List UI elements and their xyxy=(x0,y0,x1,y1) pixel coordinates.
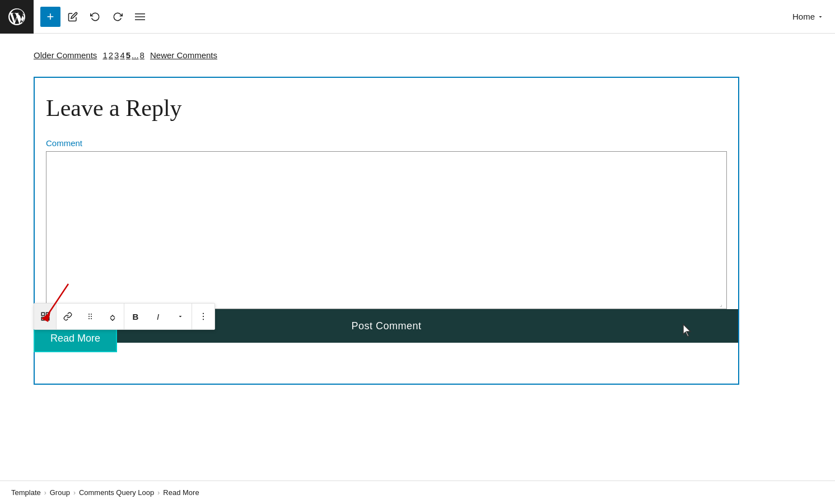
svg-rect-1 xyxy=(135,16,145,17)
older-comments-link[interactable]: Older Comments xyxy=(34,50,97,60)
newer-comments-link[interactable]: Newer Comments xyxy=(150,50,217,60)
bold-button[interactable]: B xyxy=(124,304,147,329)
page-8[interactable]: 8 xyxy=(140,50,144,60)
breadcrumb-comments-query-loop[interactable]: Comments Query Loop xyxy=(79,488,154,497)
toolbar-actions: + xyxy=(34,7,157,27)
home-link[interactable]: Home xyxy=(792,12,824,21)
chevron-down-icon xyxy=(817,13,824,20)
page-5[interactable]: 5 xyxy=(126,50,130,60)
breadcrumb-sep-1: › xyxy=(44,489,46,497)
top-bar-right: Home xyxy=(792,12,835,21)
pagination: Older Comments 1 2 3 4 5 ... 8 Newer Com… xyxy=(34,50,801,60)
svg-point-11 xyxy=(88,316,90,317)
pen-icon xyxy=(68,12,78,22)
page-numbers: 1 2 3 4 5 ... 8 xyxy=(102,50,144,60)
breadcrumb-sep-3: › xyxy=(157,489,160,497)
page-4[interactable]: 4 xyxy=(120,50,124,60)
drag-icon xyxy=(86,312,95,321)
breadcrumb-group[interactable]: Group xyxy=(50,488,70,497)
reply-block: Leave a Reply Comment ⌟ Post Comment xyxy=(34,77,739,385)
post-comment-button[interactable]: Post Comment xyxy=(351,320,421,332)
breadcrumb-sep-2: › xyxy=(73,489,76,497)
bold-label: B xyxy=(133,312,139,321)
chevron-down-icon xyxy=(177,313,184,320)
top-bar: + xyxy=(0,0,835,34)
wordpress-icon xyxy=(7,7,27,27)
comment-textarea-wrapper: ⌟ xyxy=(46,151,727,309)
svg-point-14 xyxy=(91,318,92,319)
menu-button[interactable] xyxy=(130,7,150,27)
svg-point-9 xyxy=(88,314,90,315)
page-2[interactable]: 2 xyxy=(109,50,113,60)
breadcrumb-read-more[interactable]: Read More xyxy=(163,488,199,497)
leave-reply-title: Leave a Reply xyxy=(46,95,727,122)
page-ellipsis: ... xyxy=(132,50,139,60)
undo-button[interactable] xyxy=(85,7,105,27)
arrow-indicator xyxy=(35,278,80,329)
redo-button[interactable] xyxy=(108,7,128,27)
italic-button[interactable]: I xyxy=(147,304,169,329)
italic-label: I xyxy=(157,312,159,321)
svg-point-12 xyxy=(91,316,92,317)
comment-label: Comment xyxy=(46,138,727,148)
up-down-icon xyxy=(108,312,117,321)
svg-rect-0 xyxy=(135,13,145,15)
svg-line-3 xyxy=(46,284,68,318)
comment-textarea[interactable] xyxy=(46,152,726,309)
svg-point-13 xyxy=(88,318,90,319)
menu-icon xyxy=(135,12,145,22)
move-up-down-button[interactable] xyxy=(101,304,124,329)
svg-point-10 xyxy=(91,314,92,315)
svg-marker-4 xyxy=(41,312,50,322)
undo-icon xyxy=(90,12,100,22)
breadcrumb-template[interactable]: Template xyxy=(11,488,41,497)
page-3[interactable]: 3 xyxy=(114,50,119,60)
toolbar-group-2: B I xyxy=(124,304,192,329)
reply-block-inner: Leave a Reply Comment ⌟ xyxy=(35,78,738,309)
resize-handle[interactable]: ⌟ xyxy=(720,302,725,307)
more-icon xyxy=(198,311,208,321)
svg-point-16 xyxy=(203,316,204,317)
edit-pen-button[interactable] xyxy=(63,7,83,27)
svg-point-15 xyxy=(203,313,204,314)
more-options-button[interactable] xyxy=(192,304,214,329)
add-block-button[interactable]: + xyxy=(40,7,60,27)
drag-button[interactable] xyxy=(79,304,101,329)
redo-icon xyxy=(113,12,123,22)
svg-rect-2 xyxy=(135,19,145,20)
svg-point-17 xyxy=(203,319,204,320)
format-dropdown-button[interactable] xyxy=(169,304,192,329)
page-1[interactable]: 1 xyxy=(102,50,107,60)
breadcrumb-bar: Template › Group › Comments Query Loop ›… xyxy=(0,480,835,504)
main-content: Older Comments 1 2 3 4 5 ... 8 Newer Com… xyxy=(0,34,835,402)
wp-logo xyxy=(0,0,34,34)
